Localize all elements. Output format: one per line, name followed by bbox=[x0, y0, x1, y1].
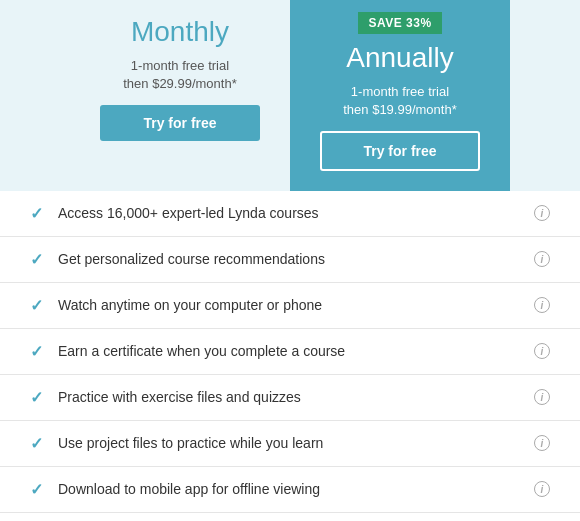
feature-row: ✓Use project files to practice while you… bbox=[0, 421, 580, 467]
monthly-price-text: then $29.99/month* bbox=[80, 76, 280, 91]
feature-row: ✓Access LinkedIn's Premium Career featur… bbox=[0, 513, 580, 522]
check-icon: ✓ bbox=[30, 434, 48, 453]
monthly-try-button[interactable]: Try for free bbox=[100, 105, 260, 141]
info-icon[interactable]: i bbox=[534, 343, 550, 359]
feature-row: ✓Get personalized course recommendations… bbox=[0, 237, 580, 283]
monthly-plan: Monthly 1-month free trial then $29.99/m… bbox=[70, 0, 290, 191]
info-icon[interactable]: i bbox=[534, 205, 550, 221]
annually-try-button[interactable]: Try for free bbox=[320, 131, 480, 171]
feature-row: ✓Download to mobile app for offline view… bbox=[0, 467, 580, 513]
feature-text: Watch anytime on your computer or phone bbox=[58, 297, 524, 313]
info-icon[interactable]: i bbox=[534, 435, 550, 451]
info-icon[interactable]: i bbox=[534, 251, 550, 267]
check-icon: ✓ bbox=[30, 296, 48, 315]
feature-text: Use project files to practice while you … bbox=[58, 435, 524, 451]
features-list: ✓Access 16,000+ expert-led Lynda courses… bbox=[0, 191, 580, 522]
feature-text: Get personalized course recommendations bbox=[58, 251, 524, 267]
check-icon: ✓ bbox=[30, 250, 48, 269]
check-icon: ✓ bbox=[30, 204, 48, 223]
info-icon[interactable]: i bbox=[534, 389, 550, 405]
features-section: ✓Access 16,000+ expert-led Lynda courses… bbox=[0, 191, 580, 522]
check-icon: ✓ bbox=[30, 480, 48, 499]
feature-text: Download to mobile app for offline viewi… bbox=[58, 481, 524, 497]
save-badge: SAVE 33% bbox=[358, 12, 441, 34]
feature-text: Access 16,000+ expert-led Lynda courses bbox=[58, 205, 524, 221]
check-icon: ✓ bbox=[30, 388, 48, 407]
feature-row: ✓Practice with exercise files and quizze… bbox=[0, 375, 580, 421]
feature-row: ✓Access 16,000+ expert-led Lynda courses… bbox=[0, 191, 580, 237]
feature-row: ✓Earn a certificate when you complete a … bbox=[0, 329, 580, 375]
check-icon: ✓ bbox=[30, 342, 48, 361]
annually-price-text: then $19.99/month* bbox=[300, 102, 500, 117]
feature-row: ✓Watch anytime on your computer or phone… bbox=[0, 283, 580, 329]
feature-text: Earn a certificate when you complete a c… bbox=[58, 343, 524, 359]
annually-plan: SAVE 33% Annually 1-month free trial the… bbox=[290, 0, 510, 191]
annually-trial-text: 1-month free trial bbox=[300, 82, 500, 102]
info-icon[interactable]: i bbox=[534, 481, 550, 497]
annually-plan-name: Annually bbox=[300, 42, 500, 74]
info-icon[interactable]: i bbox=[534, 297, 550, 313]
monthly-plan-name: Monthly bbox=[80, 16, 280, 48]
monthly-trial-text: 1-month free trial bbox=[80, 56, 280, 76]
feature-text: Practice with exercise files and quizzes bbox=[58, 389, 524, 405]
